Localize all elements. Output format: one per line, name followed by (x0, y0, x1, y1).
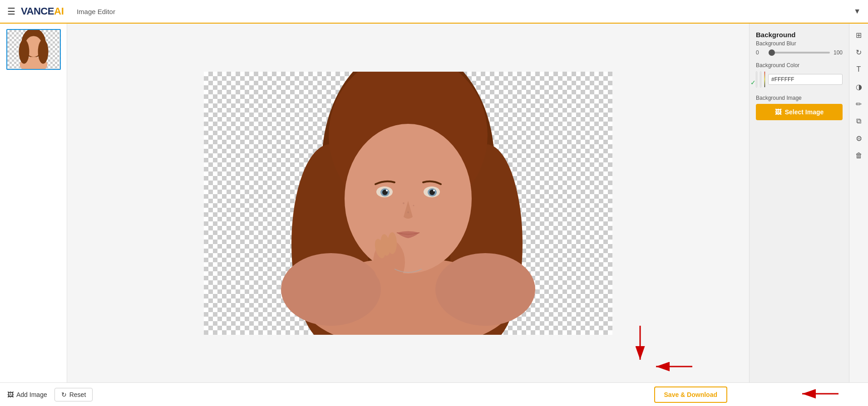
header: ☰ VANCE AI Image Editor ▼ (0, 0, 868, 24)
menu-icon[interactable]: ☰ (7, 6, 15, 17)
left-sidebar (0, 24, 67, 382)
reset-label: Reset (69, 391, 86, 398)
pen-icon[interactable]: ✏ (851, 96, 867, 112)
refresh-icon[interactable]: ↻ (851, 44, 867, 60)
color-swatch-white2[interactable] (760, 71, 761, 88)
color-hex-input[interactable] (768, 74, 843, 85)
delete-icon[interactable]: 🗑 (851, 148, 867, 163)
svg-point-27 (413, 205, 414, 206)
color-row: ✓ (756, 71, 843, 88)
text-icon[interactable]: T (851, 62, 867, 77)
select-image-icon: 🖼 (775, 108, 781, 116)
bottom-bar: 🖼 Add Image ↻ Reset Save & Download (0, 382, 868, 406)
logo: VANCE AI (21, 5, 64, 17)
header-dropdown-icon[interactable]: ▼ (853, 7, 861, 15)
icon-toolbar: ⊞ ↻ T ◑ ✏ ⧉ ⚙ 🗑 (849, 24, 868, 382)
svg-point-3 (19, 39, 29, 64)
blur-slider[interactable] (769, 52, 830, 54)
blur-max-value: 100 (833, 49, 843, 56)
select-image-label: Select Image (785, 108, 824, 116)
filter-icon[interactable]: ◑ (851, 79, 867, 94)
canvas-area (67, 24, 749, 382)
color-swatch-white[interactable]: ✓ (756, 71, 757, 88)
select-image-button[interactable]: 🖼 Select Image (756, 104, 843, 120)
add-image-label: Add Image (16, 391, 47, 398)
add-image-icon: 🖼 (7, 391, 14, 398)
blur-min-value: 0 (756, 49, 765, 56)
svg-point-13 (345, 124, 472, 274)
logo-vance: VANCE (21, 5, 54, 17)
canvas-wrapper (204, 72, 612, 335)
thumbnail-image (7, 30, 60, 69)
right-panel: Background Background Blur 0 100 Backgro… (749, 24, 849, 382)
crop-icon[interactable]: ⊞ (851, 27, 867, 43)
check-icon: ✓ (750, 79, 756, 86)
thumbnail-item[interactable] (6, 29, 61, 70)
svg-point-21 (433, 190, 435, 191)
svg-point-11 (281, 253, 381, 326)
save-arrow-annotation (750, 383, 841, 404)
reset-icon: ↻ (61, 391, 67, 398)
color-swatch-gradient[interactable] (764, 71, 765, 88)
reset-button[interactable]: ↻ Reset (54, 388, 93, 401)
arrow-annotation (604, 323, 695, 378)
subject-image (204, 72, 612, 335)
save-download-label: Save & Download (664, 391, 717, 398)
save-download-button[interactable]: Save & Download (654, 386, 727, 403)
svg-point-20 (386, 190, 388, 191)
svg-point-25 (388, 232, 397, 254)
settings-icon[interactable]: ⚙ (851, 131, 867, 146)
svg-point-4 (38, 39, 48, 64)
page-title: Image Editor (77, 8, 115, 15)
layers-icon[interactable]: ⧉ (851, 113, 867, 129)
svg-point-28 (407, 211, 409, 213)
panel-section-background: Background Background Blur 0 100 Backgro… (756, 31, 843, 120)
image-label: Background Image (756, 95, 843, 101)
svg-point-26 (403, 202, 404, 204)
blur-slider-row: 0 100 (756, 49, 843, 56)
logo-ai: AI (54, 5, 64, 17)
add-image-button[interactable]: 🖼 Add Image (7, 391, 47, 398)
blur-label: Background Blur (756, 40, 843, 47)
color-label: Background Color (756, 62, 843, 68)
svg-point-12 (435, 253, 535, 326)
main-layout: Background Background Blur 0 100 Backgro… (0, 24, 868, 382)
panel-section-title: Background (756, 31, 843, 39)
